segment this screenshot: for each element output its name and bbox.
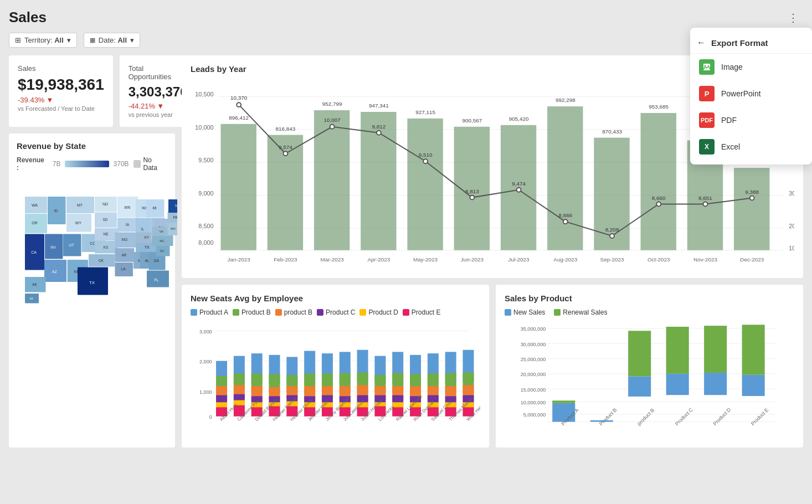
svg-text:9,388: 9,388: [745, 189, 759, 195]
svg-text:35,000,000: 35,000,000: [521, 326, 546, 332]
us-map-svg: WA OR CA NV ID: [17, 177, 177, 327]
svg-text:ND: ND: [102, 202, 108, 206]
revenue-legend-label: Revenue :: [17, 156, 48, 172]
export-excel-item[interactable]: X Excel: [690, 133, 812, 160]
seats-legend: Product A Product B product B Product C …: [191, 308, 480, 316]
seats-chart-card: New Seats Avg by Employee Product A Prod…: [182, 285, 489, 448]
export-pdf-item[interactable]: PDF PDF: [690, 107, 812, 133]
left-column: Sales $19,938,361 -39.43% ▼ vs Forecaste…: [9, 55, 175, 448]
revenue-legend-max: 370B: [114, 160, 129, 168]
svg-rect-118: [314, 110, 350, 250]
svg-rect-128: [547, 106, 583, 250]
svg-text:NY: NY: [175, 204, 177, 208]
legend-product-e: Product E: [412, 308, 441, 316]
svg-text:FL: FL: [154, 278, 158, 282]
svg-text:100,000: 100,000: [789, 245, 794, 251]
svg-text:200,000: 200,000: [789, 223, 794, 229]
legend-product-b-orange: product B: [284, 308, 312, 316]
export-back-icon[interactable]: ←: [697, 38, 706, 48]
export-image-item[interactable]: Image: [690, 54, 812, 80]
nodata-box: [133, 160, 141, 168]
revenue-legend-min: 7B: [53, 160, 61, 168]
svg-point-140: [330, 125, 335, 129]
svg-text:25,000,000: 25,000,000: [521, 357, 546, 362]
opp-down-arrow-icon: ▼: [157, 102, 164, 110]
seats-chart-svg: 3,000 2,000 1,000 0: [191, 321, 480, 431]
svg-text:Product D: Product D: [712, 407, 732, 426]
svg-text:TN: TN: [145, 245, 150, 249]
svg-text:927,115: 927,115: [415, 109, 435, 115]
svg-text:992,298: 992,298: [556, 97, 575, 103]
opp-kpi-change: -44.21% ▼: [129, 102, 188, 110]
territory-filter-icon: ⊞: [15, 36, 21, 44]
svg-text:Jun-2023: Jun-2023: [461, 256, 484, 263]
svg-text:NE: NE: [103, 232, 109, 236]
seats-chart-title: New Seats Avg by Employee: [191, 294, 480, 303]
filters-bar: ⊞ Territory: All ▾ ▦ Date: All ▾: [9, 33, 803, 48]
territory-filter[interactable]: ⊞ Territory: All ▾: [9, 33, 77, 48]
svg-text:9,474: 9,474: [512, 181, 526, 187]
svg-text:0: 0: [209, 414, 212, 420]
svg-text:WV: WV: [171, 227, 176, 230]
svg-rect-114: [221, 124, 256, 250]
export-pdf-label: PDF: [721, 116, 737, 125]
export-menu-header[interactable]: ← Export Format: [690, 32, 812, 54]
export-image-icon: [699, 59, 715, 75]
revenue-state-title: Revenue by State: [17, 141, 167, 151]
svg-text:8,660: 8,660: [652, 195, 666, 201]
svg-text:9,812: 9,812: [372, 124, 386, 130]
svg-text:Product E: Product E: [750, 407, 769, 426]
legend-nodata: No Data: [133, 156, 167, 172]
svg-text:OK: OK: [99, 259, 104, 263]
revenue-legend: Revenue : 7B 370B No Data: [17, 156, 167, 172]
svg-text:SD: SD: [102, 218, 107, 222]
svg-text:GA: GA: [154, 259, 160, 263]
svg-rect-122: [407, 119, 443, 250]
svg-point-139: [283, 151, 287, 156]
svg-text:Nov-2023: Nov-2023: [693, 256, 717, 263]
svg-text:816,843: 816,843: [276, 126, 296, 132]
sales-kpi-sub: vs Forecasted / Year to Date: [18, 105, 104, 112]
legend-renewal-sales: Renewal Sales: [563, 308, 607, 316]
svg-text:KY: KY: [145, 235, 150, 239]
svg-text:NV: NV: [50, 245, 56, 249]
svg-text:15,000,000: 15,000,000: [521, 387, 546, 393]
svg-text:MI: MI: [152, 206, 156, 210]
svg-text:10,500: 10,500: [195, 91, 213, 97]
export-pdf-icon: PDF: [699, 112, 715, 128]
svg-rect-311: [742, 375, 765, 396]
svg-point-149: [750, 196, 754, 200]
down-arrow-icon: ▼: [46, 96, 53, 104]
svg-text:953,685: 953,685: [649, 104, 669, 110]
svg-rect-306: [628, 331, 651, 376]
svg-text:VA: VA: [160, 230, 164, 233]
svg-text:AR: AR: [121, 253, 126, 257]
sales-kpi-value: $19,938,361: [18, 76, 104, 94]
svg-text:Jul-2023: Jul-2023: [508, 256, 530, 263]
export-excel-label: Excel: [721, 142, 740, 151]
kebab-menu-button[interactable]: ⋮: [783, 9, 803, 27]
svg-rect-310: [704, 326, 727, 373]
svg-text:Aug-2023: Aug-2023: [553, 256, 577, 263]
svg-text:Product B: Product B: [598, 407, 618, 426]
date-filter[interactable]: ▦ Date: All ▾: [84, 33, 140, 48]
svg-text:947,341: 947,341: [369, 102, 389, 109]
export-menu: ← Export Format Image P PowerPoint PDF P…: [690, 28, 812, 164]
svg-text:IA: IA: [126, 223, 130, 227]
svg-text:IL: IL: [141, 227, 145, 231]
svg-text:952,799: 952,799: [322, 101, 342, 107]
svg-text:Oct-2023: Oct-2023: [647, 256, 670, 263]
svg-point-142: [423, 159, 428, 163]
nodata-label: No Data: [143, 156, 167, 172]
legend-gradient: [65, 161, 109, 167]
svg-text:20,000,000: 20,000,000: [521, 372, 546, 377]
svg-text:Sep-2023: Sep-2023: [600, 256, 624, 263]
export-ppt-item[interactable]: P PowerPoint: [690, 80, 812, 107]
sales-kpi-change: -39.43% ▼: [18, 96, 104, 104]
svg-text:ID: ID: [54, 209, 58, 213]
export-ppt-label: PowerPoint: [721, 89, 761, 98]
svg-text:300,000: 300,000: [789, 190, 794, 197]
svg-text:8,666: 8,666: [558, 212, 572, 218]
svg-text:Jan-2023: Jan-2023: [228, 256, 251, 263]
svg-text:1,000: 1,000: [199, 389, 212, 395]
